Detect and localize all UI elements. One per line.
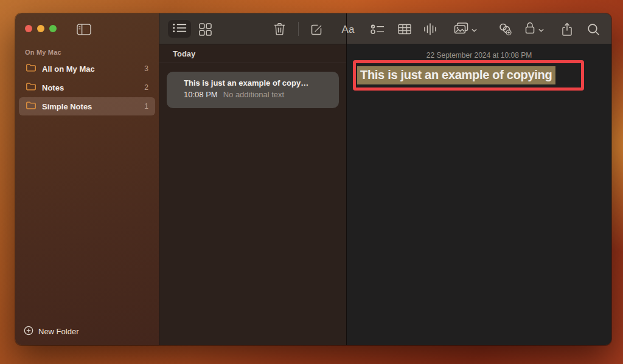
editor-pane: 22 September 2024 at 10:08 PM This is ju… xyxy=(347,13,611,345)
plus-circle-icon xyxy=(24,326,33,337)
lock-icon xyxy=(524,21,535,37)
list-view-icon xyxy=(172,22,187,36)
notes-app-window: On My Mac All on My Mac 3 xyxy=(15,13,611,345)
gallery-view-button[interactable] xyxy=(198,22,212,36)
sidebar-toggle-icon[interactable] xyxy=(76,22,92,36)
folder-label: All on My Mac xyxy=(42,64,95,74)
table-icon xyxy=(398,24,411,35)
section-header: Today xyxy=(173,49,195,58)
search-button[interactable] xyxy=(586,22,600,36)
minimize-window-button[interactable] xyxy=(37,25,44,32)
toolbar-divider xyxy=(298,22,299,36)
format-button[interactable]: Aa xyxy=(338,22,358,36)
link-icon xyxy=(498,22,512,36)
red-annotation-rectangle: This is just an example of copying xyxy=(353,60,584,91)
note-item-time: 10:08 PM xyxy=(184,90,218,99)
traffic-lights xyxy=(25,25,57,32)
add-link-button[interactable] xyxy=(498,22,512,36)
audio-button[interactable] xyxy=(423,22,437,36)
format-aa-label: Aa xyxy=(342,24,355,35)
note-editor[interactable]: 22 September 2024 at 10:08 PM This is ju… xyxy=(347,44,611,345)
lock-button[interactable] xyxy=(524,22,544,36)
share-button[interactable] xyxy=(560,22,574,36)
folder-label: Simple Notes xyxy=(42,102,92,111)
compose-note-button[interactable] xyxy=(309,22,324,36)
selected-note-title-text[interactable]: This is just an example of copying xyxy=(357,66,555,84)
note-date-line: 22 September 2024 at 10:08 PM xyxy=(347,51,611,60)
chevron-down-icon xyxy=(538,24,544,35)
sidebar: On My Mac All on My Mac 3 xyxy=(15,13,159,345)
folder-label: Notes xyxy=(42,83,64,92)
gallery-view-icon xyxy=(199,23,212,36)
checklist-icon xyxy=(371,24,385,35)
note-item-preview: No additional text xyxy=(223,90,284,99)
checklist-button[interactable] xyxy=(370,22,385,36)
zoom-window-button[interactable] xyxy=(49,25,57,32)
folder-icon xyxy=(26,82,37,94)
media-photos-icon xyxy=(454,22,468,37)
share-icon xyxy=(562,22,573,36)
media-button[interactable] xyxy=(454,22,477,36)
folder-count: 2 xyxy=(144,83,148,92)
note-item-title: This is just an example of copy… xyxy=(184,78,333,88)
search-icon xyxy=(587,23,600,36)
delete-note-button[interactable] xyxy=(272,22,287,36)
list-view-button[interactable] xyxy=(168,20,191,38)
folder-count: 3 xyxy=(144,64,148,73)
new-folder-button[interactable]: New Folder xyxy=(24,326,78,337)
desktop-wallpaper: On My Mac All on My Mac 3 xyxy=(0,0,623,364)
new-folder-label: New Folder xyxy=(38,327,78,336)
note-list-section: Today xyxy=(159,44,346,63)
audio-waveform-icon xyxy=(423,22,437,36)
note-list-pane: Today This is just an example of copy… 1… xyxy=(159,13,347,345)
table-button[interactable] xyxy=(397,22,412,36)
trash-icon xyxy=(274,22,285,36)
sidebar-section-header: On My Mac xyxy=(25,49,61,56)
folder-icon xyxy=(26,63,37,75)
toolbar: Aa xyxy=(159,13,611,44)
sidebar-item-simple-notes[interactable]: Simple Notes 1 xyxy=(19,97,155,115)
sidebar-item-notes[interactable]: Notes 2 xyxy=(19,78,155,97)
sidebar-folder-list: All on My Mac 3 Notes 2 xyxy=(19,60,155,116)
note-list-item[interactable]: This is just an example of copy… 10:08 P… xyxy=(167,72,339,108)
compose-icon xyxy=(310,23,323,36)
folder-count: 1 xyxy=(144,102,148,111)
sidebar-item-all-on-my-mac[interactable]: All on My Mac 3 xyxy=(19,60,155,78)
close-window-button[interactable] xyxy=(25,25,32,32)
chevron-down-icon xyxy=(472,24,477,35)
folder-icon xyxy=(26,101,37,112)
